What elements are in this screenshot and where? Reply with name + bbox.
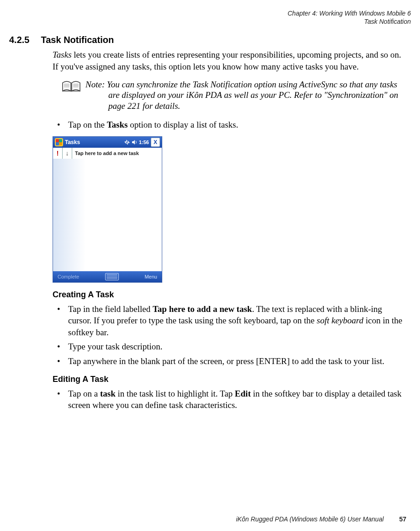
- keyboard-icon[interactable]: [105, 273, 119, 280]
- note-line1: You can synchronize the Task Notificatio…: [105, 80, 397, 89]
- page-number: 57: [399, 515, 406, 523]
- add-task-field[interactable]: Tap here to add a new task: [72, 148, 162, 159]
- list-item: Tap anywhere in the blank part of the sc…: [53, 355, 406, 367]
- editing-heading: Editing A Task: [53, 375, 406, 384]
- note-text: Note: You can synchronize the Task Notif…: [85, 79, 406, 112]
- b1-pre: Tap on the: [68, 120, 107, 129]
- note-line2: are displayed on your iKôn PDA as well a…: [85, 90, 406, 112]
- status-area: 1:56: [124, 139, 149, 145]
- intro-rest: lets you create lists of entries represe…: [53, 50, 401, 71]
- instruction-list-1: Tap on the Tasks option to display a lis…: [53, 119, 406, 131]
- creating-heading: Creating A Task: [53, 290, 406, 300]
- b1-post: option to display a list of tasks.: [128, 120, 238, 129]
- close-button[interactable]: X: [151, 138, 160, 147]
- softkey-left[interactable]: Complete: [58, 274, 79, 279]
- screenshot-list-area[interactable]: [53, 159, 162, 271]
- editing-list: Tap on a task in the task list to highli…: [53, 388, 406, 411]
- list-item: Tap in the field labelled Tap here to ad…: [53, 303, 406, 338]
- note-prefix: Note:: [85, 80, 105, 89]
- tasks-screenshot: Tasks 1:56 X ! ↓ Tap here to add a new t…: [53, 136, 162, 283]
- sort-button[interactable]: ↓: [63, 148, 72, 159]
- manual-title: iKôn Rugged PDA (Windows Mobile 6) User …: [236, 515, 383, 523]
- volume-icon[interactable]: [132, 139, 137, 145]
- priority-filter-button[interactable]: !: [53, 148, 63, 159]
- creating-list: Tap in the field labelled Tap here to ad…: [53, 303, 406, 367]
- running-header: Chapter 4: Working With Windows Mobile 6…: [9, 9, 411, 26]
- b1-bold: Tasks: [107, 120, 128, 129]
- clock-time: 1:56: [139, 139, 149, 145]
- header-chapter: Chapter 4: Working With Windows Mobile 6: [9, 9, 411, 17]
- page-footer: iKôn Rugged PDA (Windows Mobile 6) User …: [236, 515, 406, 523]
- screenshot-toolbar: ! ↓ Tap here to add a new task: [53, 148, 162, 159]
- document-page: { "header": { "chapter_line": "Chapter 4…: [0, 0, 420, 531]
- list-item: Type your task description.: [53, 341, 406, 353]
- start-icon[interactable]: [55, 138, 63, 146]
- note-block: Note: You can synchronize the Task Notif…: [62, 79, 406, 112]
- softkey-right[interactable]: Menu: [144, 274, 157, 279]
- section-heading: 4.2.5 Task Notification: [9, 35, 411, 45]
- header-section: Task Notification: [9, 17, 411, 26]
- softkey-bar: Complete Menu: [53, 271, 162, 282]
- connectivity-icon[interactable]: [124, 139, 130, 145]
- body-column: Tasks lets you create lists of entries r…: [53, 49, 406, 411]
- section-title: Task Notification: [41, 35, 114, 45]
- book-icon: [62, 80, 81, 95]
- list-item: Tap on the Tasks option to display a lis…: [53, 119, 406, 131]
- list-item: Tap on a task in the task list to highli…: [53, 388, 406, 411]
- screenshot-title: Tasks: [65, 139, 80, 145]
- section-number: 4.2.5: [9, 35, 29, 45]
- intro-paragraph: Tasks lets you create lists of entries r…: [53, 49, 406, 72]
- tasks-term: Tasks: [53, 50, 72, 59]
- screenshot-titlebar: Tasks 1:56 X: [53, 137, 162, 148]
